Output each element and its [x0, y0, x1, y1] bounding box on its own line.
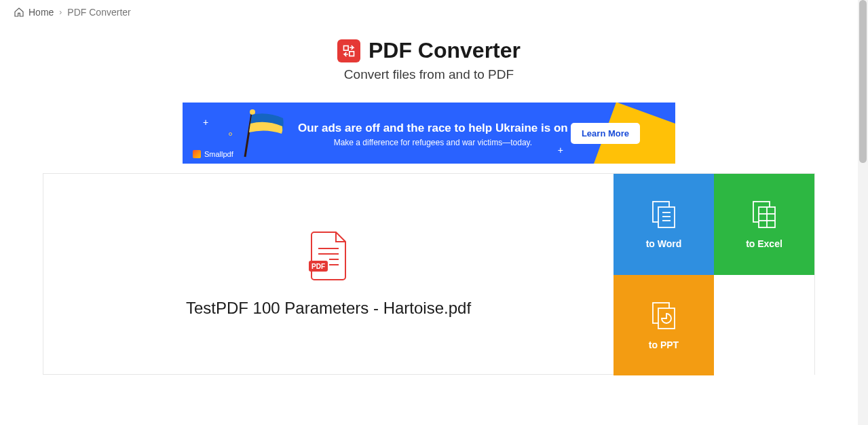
home-icon: [14, 7, 24, 18]
svg-point-3: [250, 109, 255, 115]
breadcrumb-current: PDF Converter: [67, 7, 130, 18]
banner-subtext: Make a difference for refugees and war v…: [298, 138, 568, 147]
svg-rect-1: [350, 51, 354, 56]
convert-to-word-label: to Word: [646, 238, 682, 249]
banner-brand-label: Smallpdf: [204, 150, 233, 158]
word-doc-icon: [649, 199, 679, 229]
smallpdf-icon: [193, 150, 201, 158]
scrollbar-track: [858, 0, 868, 425]
svg-rect-11: [658, 207, 675, 227]
page-title: PDF Converter: [369, 38, 521, 63]
conversion-panel: PDF TestPDF 100 Parameters - Hartoise.pd…: [43, 173, 815, 375]
banner-headline: Our ads are off and the race to help Ukr…: [298, 122, 568, 135]
breadcrumb-home-label: Home: [29, 7, 54, 18]
banner-brand: Smallpdf: [193, 150, 233, 158]
conversion-options: to Word to Excel to PPT: [614, 174, 814, 374]
svg-text:PDF: PDF: [312, 263, 325, 270]
ppt-doc-icon: [649, 300, 679, 330]
scrollbar-thumb[interactable]: [859, 0, 867, 163]
banner-text: Our ads are off and the race to help Ukr…: [298, 122, 568, 147]
convert-to-excel-label: to Excel: [746, 238, 782, 249]
decoration-dot: [229, 132, 232, 136]
convert-to-ppt-button[interactable]: to PPT: [614, 275, 714, 376]
page-header: PDF Converter Convert files from and to …: [0, 38, 858, 82]
svg-rect-0: [343, 45, 348, 50]
learn-more-button[interactable]: Learn More: [571, 123, 640, 144]
breadcrumb: Home › PDF Converter: [0, 0, 858, 24]
pdf-file-icon: PDF: [309, 231, 348, 284]
svg-line-2: [245, 113, 252, 157]
empty-tile: [714, 275, 814, 376]
convert-to-ppt-label: to PPT: [649, 339, 679, 350]
pdf-converter-icon: [337, 39, 360, 62]
file-drop-area[interactable]: PDF TestPDF 100 Parameters - Hartoise.pd…: [43, 174, 614, 374]
promo-banner[interactable]: + + Smallpdf Our ads are off and the rac…: [183, 103, 675, 164]
ukraine-flag-icon: [237, 108, 298, 162]
decoration-plus: +: [203, 117, 208, 128]
file-name: TestPDF 100 Parameters - Hartoise.pdf: [186, 299, 471, 318]
breadcrumb-home[interactable]: Home: [14, 7, 54, 18]
convert-to-excel-button[interactable]: to Excel: [714, 174, 814, 275]
excel-doc-icon: [749, 199, 779, 229]
page-subtitle: Convert files from and to PDF: [0, 67, 858, 82]
breadcrumb-separator: ›: [59, 7, 62, 17]
convert-to-word-button[interactable]: to Word: [614, 174, 714, 275]
